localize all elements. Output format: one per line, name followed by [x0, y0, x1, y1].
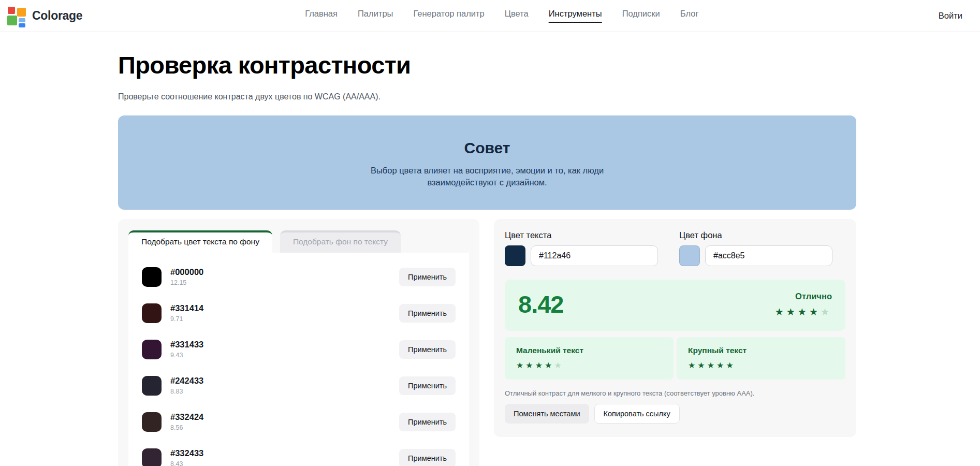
small-text-rating-box: Маленький текст ★★★★★	[505, 337, 674, 380]
star-filled-icon: ★	[697, 361, 707, 370]
suggestion-ratio: 9.71	[170, 315, 203, 323]
suggestion-hex: #242433	[170, 376, 203, 386]
text-color-swatch[interactable]	[505, 245, 525, 266]
text-color-label: Цвет текста	[505, 230, 671, 240]
suggestion-hex: #000000	[170, 267, 203, 277]
suggestion-color-swatch	[142, 303, 162, 323]
nav-item-generator[interactable]: Генератор палитр	[413, 9, 484, 23]
swap-colors-button[interactable]: Поменять местами	[505, 404, 589, 424]
contrast-checker-card: Цвет текста Цвет фона 8.42	[494, 219, 856, 437]
suggestion-ratio: 12.15	[170, 279, 203, 286]
suggestion-hex: #331414	[170, 303, 203, 313]
star-filled-icon: ★	[809, 307, 821, 317]
suggestions-tabs: Подобрать цвет текста по фону Подобрать …	[128, 230, 469, 253]
header: Colorage Главная Палитры Генератор палит…	[0, 0, 980, 32]
contrast-summary: Отличный контраст для мелкого и крупного…	[505, 389, 845, 397]
small-text-star-rating: ★★★★★	[516, 361, 662, 370]
suggestion-row: #332424 8.56 Применить	[142, 404, 456, 440]
tab-text-by-bg[interactable]: Подобрать цвет текста по фону	[128, 230, 272, 253]
suggestion-color-swatch	[142, 340, 162, 359]
nav-item-subscriptions[interactable]: Подписки	[622, 9, 660, 23]
text-color-input[interactable]	[531, 245, 658, 266]
suggestion-row: #332433 8.43 Применить	[142, 440, 456, 466]
contrast-ratio-value: 8.42	[518, 290, 563, 318]
apply-button[interactable]: Применить	[399, 340, 456, 359]
tip-banner: Совет Выбор цвета влияет на восприятие, …	[118, 115, 856, 210]
apply-button[interactable]: Применить	[399, 449, 456, 466]
suggestion-ratio: 8.83	[170, 388, 203, 395]
suggestion-row: #331414 9.71 Применить	[142, 295, 456, 331]
bg-color-swatch[interactable]	[679, 245, 700, 266]
star-empty-icon: ★	[554, 361, 563, 370]
apply-button[interactable]: Применить	[399, 304, 456, 323]
page-subtitle: Проверьте соотношение контраста двух цве…	[118, 92, 856, 101]
suggestion-hex: #332424	[170, 412, 203, 422]
suggestion-color-swatch	[142, 412, 162, 432]
large-text-star-rating: ★★★★★	[688, 361, 834, 370]
small-text-label: Маленький текст	[516, 346, 662, 355]
star-filled-icon: ★	[535, 361, 545, 370]
star-filled-icon: ★	[798, 307, 809, 317]
suggestion-list: #000000 12.15 Применить #331414 9.71 При…	[128, 253, 469, 466]
star-filled-icon: ★	[525, 361, 535, 370]
suggestion-row: #000000 12.15 Применить	[142, 259, 456, 295]
star-empty-icon: ★	[821, 307, 832, 317]
suggestion-color-swatch	[142, 376, 162, 396]
nav-item-tools[interactable]: Инструменты	[549, 9, 602, 23]
brand[interactable]: Colorage	[7, 5, 82, 27]
nav-item-colors[interactable]: Цвета	[505, 9, 529, 23]
star-filled-icon: ★	[545, 361, 554, 370]
large-text-label: Крупный текст	[688, 346, 834, 355]
star-filled-icon: ★	[716, 361, 726, 370]
nav-item-blog[interactable]: Блог	[680, 9, 699, 23]
bg-color-input[interactable]	[705, 245, 832, 266]
apply-button[interactable]: Применить	[399, 376, 456, 395]
suggestion-hex: #331433	[170, 340, 203, 350]
suggestion-row: #331433 9.43 Применить	[142, 331, 456, 368]
star-filled-icon: ★	[775, 307, 786, 317]
colorage-logo-icon	[7, 5, 27, 27]
star-filled-icon: ★	[707, 361, 716, 370]
apply-button[interactable]: Применить	[399, 268, 456, 286]
page-title: Проверка контрастности	[118, 51, 856, 79]
large-text-rating-box: Крупный текст ★★★★★	[677, 337, 845, 380]
main-content: Проверка контрастности Проверьте соотнош…	[0, 51, 980, 466]
main-nav: Главная Палитры Генератор палитр Цвета И…	[305, 9, 698, 23]
bg-color-group: Цвет фона	[679, 230, 845, 266]
apply-button[interactable]: Применить	[399, 413, 456, 431]
bg-color-label: Цвет фона	[679, 230, 845, 240]
star-filled-icon: ★	[688, 361, 697, 370]
nav-item-palettes[interactable]: Палитры	[358, 9, 393, 23]
suggestion-color-swatch	[142, 448, 162, 466]
tab-bg-by-text[interactable]: Подобрать фон по тексту	[280, 230, 401, 253]
star-filled-icon: ★	[786, 307, 798, 317]
nav-item-home[interactable]: Главная	[305, 9, 338, 23]
suggestion-hex: #332433	[170, 448, 203, 458]
suggestion-ratio: 8.43	[170, 460, 203, 466]
overall-star-rating: ★★★★★	[775, 307, 832, 317]
suggestions-card: Подобрать цвет текста по фону Подобрать …	[118, 219, 479, 466]
login-link[interactable]: Войти	[939, 11, 962, 21]
star-filled-icon: ★	[516, 361, 525, 370]
star-filled-icon: ★	[726, 361, 735, 370]
tip-body: Выбор цвета влияет на восприятие, эмоции…	[362, 165, 613, 189]
contrast-result-box: 8.42 Отлично ★★★★★	[505, 280, 845, 331]
contrast-verdict: Отлично	[775, 292, 832, 301]
tip-title: Совет	[128, 139, 846, 157]
suggestion-color-swatch	[142, 267, 162, 287]
suggestion-ratio: 8.56	[170, 424, 203, 431]
copy-link-button[interactable]: Копировать ссылку	[594, 404, 680, 424]
text-color-group: Цвет текста	[505, 230, 671, 266]
brand-name: Colorage	[32, 9, 82, 23]
suggestion-row: #242433 8.83 Применить	[142, 368, 456, 404]
suggestion-ratio: 9.43	[170, 352, 203, 359]
